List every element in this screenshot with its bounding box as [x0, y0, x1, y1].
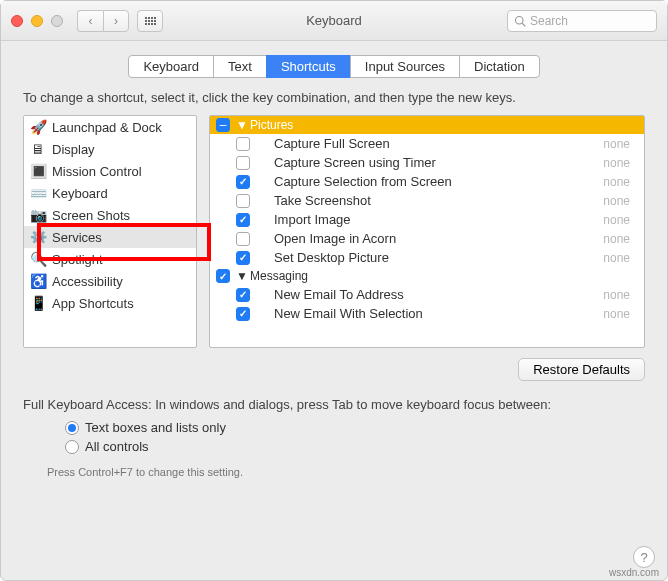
show-all-button[interactable]: [137, 10, 163, 32]
category-label: Services: [52, 230, 102, 245]
service-checkbox[interactable]: ✓: [236, 213, 250, 227]
category-label: Keyboard: [52, 186, 108, 201]
help-button[interactable]: ?: [633, 546, 655, 568]
spotlight-icon: 🔍: [30, 251, 46, 267]
group-checkbox[interactable]: –: [216, 118, 230, 132]
service-shortcut[interactable]: none: [603, 307, 638, 321]
service-shortcut[interactable]: none: [603, 251, 638, 265]
svg-point-0: [516, 16, 524, 24]
group-label: Messaging: [250, 269, 308, 283]
launchpad-icon: 🚀: [30, 119, 46, 135]
category-app-shortcuts[interactable]: 📱App Shortcuts: [24, 292, 196, 314]
fka-hint: Press Control+F7 to change this setting.: [1, 456, 667, 482]
service-label: New Email To Address: [274, 287, 404, 302]
category-label: Mission Control: [52, 164, 142, 179]
fka-option[interactable]: All controls: [1, 437, 667, 456]
restore-defaults-button[interactable]: Restore Defaults: [518, 358, 645, 381]
service-shortcut[interactable]: none: [603, 213, 638, 227]
radio-label: All controls: [85, 439, 149, 454]
category-launchpad-dock[interactable]: 🚀Launchpad & Dock: [24, 116, 196, 138]
service-label: Capture Selection from Screen: [274, 174, 452, 189]
service-label: Set Desktop Picture: [274, 250, 389, 265]
service-label: Capture Full Screen: [274, 136, 390, 151]
service-checkbox[interactable]: ✓: [236, 288, 250, 302]
service-shortcut[interactable]: none: [603, 175, 638, 189]
category-label: App Shortcuts: [52, 296, 134, 311]
window-title: Keyboard: [306, 13, 362, 28]
tab-text[interactable]: Text: [213, 55, 267, 78]
service-checkbox[interactable]: ✓: [236, 251, 250, 265]
category-label: Screen Shots: [52, 208, 130, 223]
disclosure-icon[interactable]: ▼: [236, 269, 244, 283]
svg-line-1: [522, 23, 525, 26]
category-accessibility[interactable]: ♿Accessibility: [24, 270, 196, 292]
category-display[interactable]: 🖥Display: [24, 138, 196, 160]
tab-keyboard[interactable]: Keyboard: [128, 55, 214, 78]
radio-button[interactable]: [65, 440, 79, 454]
service-checkbox[interactable]: [236, 137, 250, 151]
service-row[interactable]: ✓New Email With Selectionnone: [210, 304, 644, 323]
display-icon: 🖥: [30, 141, 46, 157]
search-field[interactable]: Search: [507, 10, 657, 32]
group-pictures[interactable]: –▼Pictures: [210, 116, 644, 134]
tab-dictation[interactable]: Dictation: [459, 55, 540, 78]
service-label: New Email With Selection: [274, 306, 423, 321]
keyboard-icon: ⌨️: [30, 185, 46, 201]
service-row[interactable]: ✓Set Desktop Picturenone: [210, 248, 644, 267]
radio-button[interactable]: [65, 421, 79, 435]
service-row[interactable]: Take Screenshotnone: [210, 191, 644, 210]
services-list[interactable]: –▼PicturesCapture Full ScreennoneCapture…: [209, 115, 645, 348]
group-messaging[interactable]: ✓▼Messaging: [210, 267, 644, 285]
disclosure-icon[interactable]: ▼: [236, 118, 244, 132]
service-shortcut[interactable]: none: [603, 137, 638, 151]
fka-text: Full Keyboard Access: In windows and dia…: [1, 391, 667, 418]
category-spotlight[interactable]: 🔍Spotlight: [24, 248, 196, 270]
category-mission-control[interactable]: 🔳Mission Control: [24, 160, 196, 182]
category-label: Accessibility: [52, 274, 123, 289]
tab-input-sources[interactable]: Input Sources: [350, 55, 460, 78]
service-label: Capture Screen using Timer: [274, 155, 436, 170]
category-label: Launchpad & Dock: [52, 120, 162, 135]
accessibility-icon: ♿: [30, 273, 46, 289]
service-shortcut[interactable]: none: [603, 232, 638, 246]
service-checkbox[interactable]: [236, 232, 250, 246]
service-shortcut[interactable]: none: [603, 194, 638, 208]
history-nav: ‹ ›: [77, 10, 129, 32]
service-label: Take Screenshot: [274, 193, 371, 208]
tab-shortcuts[interactable]: Shortcuts: [266, 55, 351, 78]
radio-label: Text boxes and lists only: [85, 420, 226, 435]
preferences-window: ‹ › Keyboard Search KeyboardTextShortcut…: [0, 0, 668, 581]
app-icon: 📱: [30, 295, 46, 311]
service-row[interactable]: Open Image in Acornnone: [210, 229, 644, 248]
service-label: Open Image in Acorn: [274, 231, 396, 246]
service-row[interactable]: Capture Screen using Timernone: [210, 153, 644, 172]
category-label: Spotlight: [52, 252, 103, 267]
service-label: Import Image: [274, 212, 351, 227]
group-checkbox[interactable]: ✓: [216, 269, 230, 283]
service-checkbox[interactable]: [236, 156, 250, 170]
tab-bar: KeyboardTextShortcutsInput SourcesDictat…: [1, 41, 667, 88]
service-row[interactable]: ✓Import Imagenone: [210, 210, 644, 229]
fka-option[interactable]: Text boxes and lists only: [1, 418, 667, 437]
forward-button[interactable]: ›: [103, 10, 129, 32]
back-button[interactable]: ‹: [77, 10, 103, 32]
category-label: Display: [52, 142, 95, 157]
service-row[interactable]: ✓New Email To Addressnone: [210, 285, 644, 304]
service-checkbox[interactable]: ✓: [236, 175, 250, 189]
category-services[interactable]: ⚙️Services: [24, 226, 196, 248]
instruction-text: To change a shortcut, select it, click t…: [1, 88, 667, 115]
close-button[interactable]: [11, 15, 23, 27]
category-keyboard[interactable]: ⌨️Keyboard: [24, 182, 196, 204]
category-screen-shots[interactable]: 📷Screen Shots: [24, 204, 196, 226]
zoom-button[interactable]: [51, 15, 63, 27]
category-list[interactable]: 🚀Launchpad & Dock🖥Display🔳Mission Contro…: [23, 115, 197, 348]
group-label: Pictures: [250, 118, 293, 132]
service-checkbox[interactable]: [236, 194, 250, 208]
service-checkbox[interactable]: ✓: [236, 307, 250, 321]
gear-icon: ⚙️: [30, 229, 46, 245]
service-shortcut[interactable]: none: [603, 156, 638, 170]
service-row[interactable]: Capture Full Screennone: [210, 134, 644, 153]
service-row[interactable]: ✓Capture Selection from Screennone: [210, 172, 644, 191]
service-shortcut[interactable]: none: [603, 288, 638, 302]
minimize-button[interactable]: [31, 15, 43, 27]
